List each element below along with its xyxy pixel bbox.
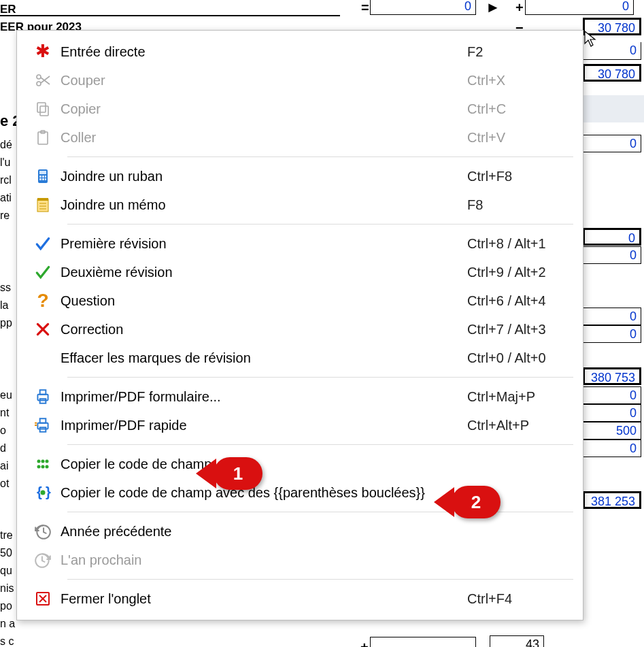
menu-imprimer-pdf-rapide[interactable]: Imprimer/PDF rapide Ctrl+Alt+P (17, 411, 583, 439)
bg-val: 43 (490, 635, 544, 647)
menu-entree-directe[interactable]: ✱ Entrée directe F2 (17, 37, 583, 66)
menu-annee-precedente[interactable]: Année précédente (17, 517, 583, 546)
menu-couper[interactable]: Couper Ctrl+X (17, 66, 583, 95)
printer-fast-icon (25, 416, 61, 434)
bg-val: 0 (583, 439, 641, 457)
menu-label: Entrée directe (61, 44, 464, 60)
menu-correction[interactable]: Correction Ctrl+7 / Alt+3 (17, 315, 583, 344)
svg-point-36 (37, 465, 41, 469)
callout-number: 1 (233, 463, 243, 484)
menu-imprimer-pdf-form[interactable]: Imprimer/PDF formulaire... Ctrl+Maj+P (17, 382, 583, 411)
menu-coller[interactable]: Coller Ctrl+V (17, 123, 583, 152)
svg-point-38 (46, 465, 49, 469)
menu-label: L'an prochain (61, 552, 464, 568)
svg-rect-15 (42, 178, 44, 180)
left-frag-col: dé l'u rcl ati re ss la pp eu nt o d ai … (0, 136, 18, 647)
bg-box (370, 637, 476, 647)
svg-line-3 (41, 78, 50, 84)
bg-val: 0 (583, 135, 641, 152)
menu-separator (67, 156, 573, 157)
bg-val: 0 (583, 404, 641, 422)
menu-label: Copier le code de champ avec des {{paren… (61, 485, 464, 501)
printer-icon (25, 388, 61, 405)
menu-label: Question (61, 293, 464, 309)
bg-gray (583, 95, 644, 122)
bg-val: 0 (583, 42, 641, 60)
menu-effacer-marques[interactable]: Effacer les marques de révision Ctrl+0 /… (17, 344, 583, 372)
svg-line-4 (41, 76, 50, 83)
menu-label: Correction (61, 322, 464, 337)
bg-val: 500 (583, 422, 641, 439)
bg-val: 30 780 (583, 64, 641, 82)
menu-label: Copier (61, 101, 464, 117)
asterisk-icon: ✱ (25, 44, 61, 60)
plus-sign: + (360, 640, 369, 647)
menu-joindre-ruban[interactable]: Joindre un ruban Ctrl+F8 (17, 162, 583, 190)
bg-frag: ER (0, 3, 16, 16)
svg-rect-6 (37, 103, 46, 112)
svg-rect-10 (39, 171, 46, 174)
svg-rect-12 (42, 176, 44, 178)
plus-sign: + (515, 0, 524, 16)
menu-separator (67, 579, 573, 580)
bg-rule (0, 15, 340, 16)
clipboard-icon (25, 129, 61, 146)
menu-shortcut: Ctrl+C (464, 101, 573, 117)
menu-copier[interactable]: Copier Ctrl+C (17, 95, 583, 123)
menu-fermer-onglet[interactable]: Fermer l'onglet Ctrl+F4 (17, 584, 583, 613)
menu-label: Copier le code de champ (61, 457, 464, 472)
menu-deuxieme-revision[interactable]: Deuxième révision Ctrl+9 / Alt+2 (17, 258, 583, 286)
menu-premiere-revision[interactable]: Première révision Ctrl+8 / Alt+1 (17, 229, 583, 258)
braces-dot-icon: {} (25, 484, 61, 501)
menu-joindre-memo[interactable]: Joindre un mémo F8 (17, 190, 583, 219)
menu-shortcut: Ctrl+Alt+P (464, 418, 573, 433)
menu-label: Joindre un ruban (61, 169, 464, 184)
svg-rect-18 (37, 198, 48, 201)
menu-label: Effacer les marques de révision (61, 350, 464, 366)
menu-label: Première révision (61, 236, 464, 252)
menu-label: Couper (61, 73, 464, 88)
close-box-icon (25, 591, 61, 607)
check-green-icon (25, 263, 61, 281)
notepad-icon (25, 197, 61, 213)
menu-separator (67, 444, 573, 445)
svg-rect-27 (40, 399, 46, 403)
menu-shortcut: Ctrl+7 / Alt+3 (464, 322, 573, 337)
menu-shortcut: Ctrl+F4 (464, 591, 573, 607)
bg-val: 0 (583, 228, 641, 246)
callout-number: 2 (471, 492, 481, 513)
dots-grid-icon (25, 456, 61, 472)
bg-val: 0 (583, 246, 641, 264)
svg-text:?: ? (37, 292, 48, 310)
svg-rect-16 (45, 178, 46, 180)
bg-val: 381 253 (583, 491, 641, 509)
bg-val: 380 753 (583, 367, 641, 385)
svg-rect-30 (40, 427, 46, 432)
callout-2: 2 (452, 486, 501, 518)
svg-rect-11 (39, 176, 41, 178)
x-red-icon (25, 320, 61, 338)
menu-label: Imprimer/PDF rapide (61, 418, 464, 433)
menu-question[interactable]: ? Question Ctrl+6 / Alt+4 (17, 286, 583, 315)
equals-sign: = (361, 0, 369, 16)
question-icon: ? (25, 292, 61, 310)
svg-text:}: } (46, 484, 51, 499)
clock-back-icon (25, 522, 61, 540)
bg-val: 0 (583, 325, 641, 343)
play-icon: ► (486, 0, 501, 16)
menu-copier-code-champ[interactable]: Copier le code de champ (17, 450, 583, 478)
menu-shortcut: F2 (464, 44, 573, 60)
menu-label: Année précédente (61, 524, 464, 540)
context-menu: ✱ Entrée directe F2 Couper Ctrl+X Copier… (16, 30, 583, 620)
svg-point-33 (37, 460, 41, 463)
svg-rect-29 (40, 418, 46, 423)
callout-1: 1 (214, 457, 262, 490)
svg-rect-17 (37, 199, 48, 212)
clock-forward-icon (25, 551, 61, 569)
svg-rect-5 (40, 106, 48, 116)
bg-val: 0 (583, 308, 641, 325)
menu-separator (67, 377, 573, 378)
menu-an-prochain[interactable]: L'an prochain (17, 546, 583, 574)
menu-shortcut: Ctrl+6 / Alt+4 (464, 293, 573, 309)
bg-val: 30 780 (583, 18, 641, 35)
